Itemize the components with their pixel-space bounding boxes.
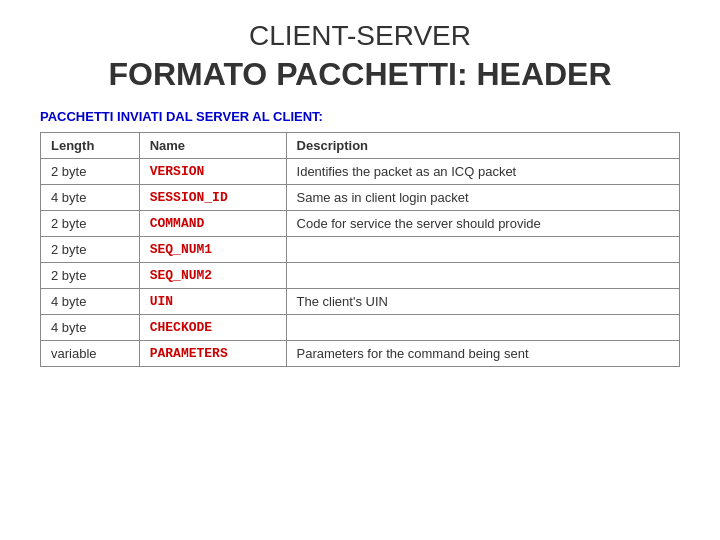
table-row: 2 byteSEQ_NUM1 [41,237,680,263]
sub-title: FORMATO PACCHETTI: HEADER [40,56,680,93]
table-header-row: Length Name Description [41,133,680,159]
cell-name: UIN [139,289,286,315]
cell-length: 2 byte [41,263,140,289]
cell-length: 2 byte [41,159,140,185]
cell-name: SEQ_NUM2 [139,263,286,289]
cell-description: The client's UIN [286,289,679,315]
cell-description [286,237,679,263]
cell-length: 2 byte [41,237,140,263]
table-row: 2 byteSEQ_NUM2 [41,263,680,289]
cell-length: 2 byte [41,211,140,237]
cell-length: 4 byte [41,315,140,341]
main-title: CLIENT-SERVER [40,20,680,52]
cell-description: Parameters for the command being sent [286,341,679,367]
cell-length: 4 byte [41,185,140,211]
cell-name: CHECKODE [139,315,286,341]
cell-name: SEQ_NUM1 [139,237,286,263]
cell-length: 4 byte [41,289,140,315]
cell-name: PARAMETERS [139,341,286,367]
col-header-name: Name [139,133,286,159]
cell-length: variable [41,341,140,367]
cell-description [286,263,679,289]
table-row: variablePARAMETERSParameters for the com… [41,341,680,367]
table-row: 2 byteCOMMANDCode for service the server… [41,211,680,237]
cell-description: Same as in client login packet [286,185,679,211]
cell-description [286,315,679,341]
table-row: 2 byteVERSIONIdentifies the packet as an… [41,159,680,185]
cell-name: VERSION [139,159,286,185]
cell-description: Code for service the server should provi… [286,211,679,237]
section-label: PACCHETTI INVIATI DAL SERVER AL CLIENT: [40,109,680,124]
packet-table: Length Name Description 2 byteVERSIONIde… [40,132,680,367]
table-row: 4 byteUINThe client's UIN [41,289,680,315]
col-header-length: Length [41,133,140,159]
page: CLIENT-SERVER FORMATO PACCHETTI: HEADER … [0,0,720,540]
col-header-description: Description [286,133,679,159]
cell-name: COMMAND [139,211,286,237]
cell-description: Identifies the packet as an ICQ packet [286,159,679,185]
table-row: 4 byteCHECKODE [41,315,680,341]
cell-name: SESSION_ID [139,185,286,211]
table-row: 4 byteSESSION_IDSame as in client login … [41,185,680,211]
